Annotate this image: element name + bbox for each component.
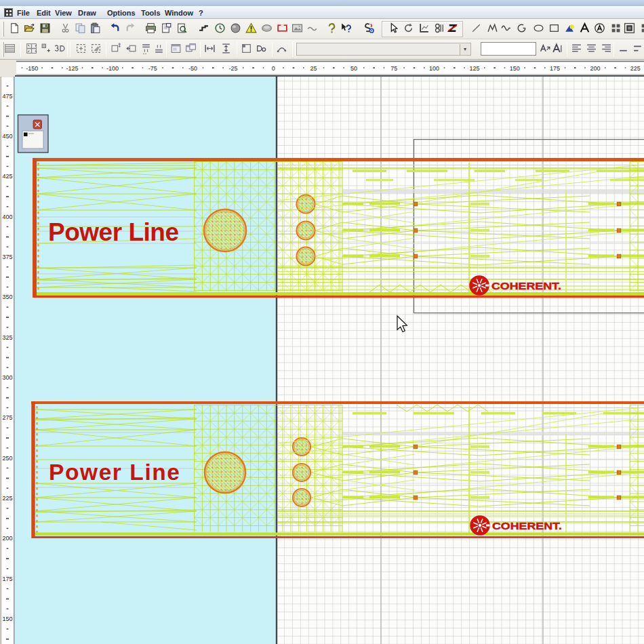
- svg-text:Power Line: Power Line: [49, 460, 180, 485]
- svg-text:COHERENT.: COHERENT.: [492, 521, 562, 531]
- svg-text:?: ?: [199, 9, 203, 17]
- svg-text:-125: -125: [66, 65, 79, 72]
- svg-text:Edit: Edit: [37, 9, 51, 17]
- svg-text:25: 25: [310, 65, 317, 72]
- svg-text:150: 150: [2, 616, 12, 622]
- svg-text:Power Line: Power Line: [48, 218, 179, 246]
- svg-text:275: 275: [2, 414, 12, 421]
- svg-text:-100: -100: [106, 65, 119, 72]
- svg-text:300: 300: [2, 374, 12, 381]
- svg-text:150: 150: [510, 65, 520, 72]
- svg-text:-50: -50: [188, 65, 197, 72]
- svg-text:-150: -150: [26, 65, 38, 72]
- svg-text:200: 200: [2, 535, 12, 542]
- svg-text:325: 325: [2, 334, 12, 341]
- svg-text:View: View: [55, 9, 72, 17]
- svg-text:350: 350: [2, 294, 12, 300]
- svg-text:175: 175: [2, 576, 12, 582]
- svg-text:225: 225: [2, 495, 12, 502]
- svg-text:-25: -25: [228, 65, 237, 72]
- svg-text:Draw: Draw: [78, 9, 96, 17]
- svg-text:250: 250: [2, 455, 12, 462]
- svg-text:Tools: Tools: [141, 9, 161, 17]
- svg-text:450: 450: [2, 133, 12, 140]
- svg-text:425: 425: [2, 173, 12, 180]
- svg-text:0: 0: [272, 65, 275, 72]
- svg-text:75: 75: [390, 65, 397, 72]
- svg-text:375: 375: [2, 254, 12, 260]
- svg-text:Window: Window: [165, 9, 193, 17]
- svg-text:COHERENT.: COHERENT.: [491, 280, 561, 291]
- svg-text:200: 200: [590, 65, 600, 72]
- svg-text:100: 100: [429, 65, 439, 72]
- svg-text:225: 225: [630, 65, 641, 72]
- svg-text:-75: -75: [148, 65, 157, 72]
- svg-text:50: 50: [350, 65, 357, 72]
- svg-text:File: File: [17, 9, 30, 17]
- svg-text:Options: Options: [107, 9, 136, 17]
- svg-text:475: 475: [2, 93, 12, 100]
- svg-text:125: 125: [469, 65, 479, 72]
- svg-text:400: 400: [2, 214, 12, 220]
- svg-text:175: 175: [550, 65, 560, 72]
